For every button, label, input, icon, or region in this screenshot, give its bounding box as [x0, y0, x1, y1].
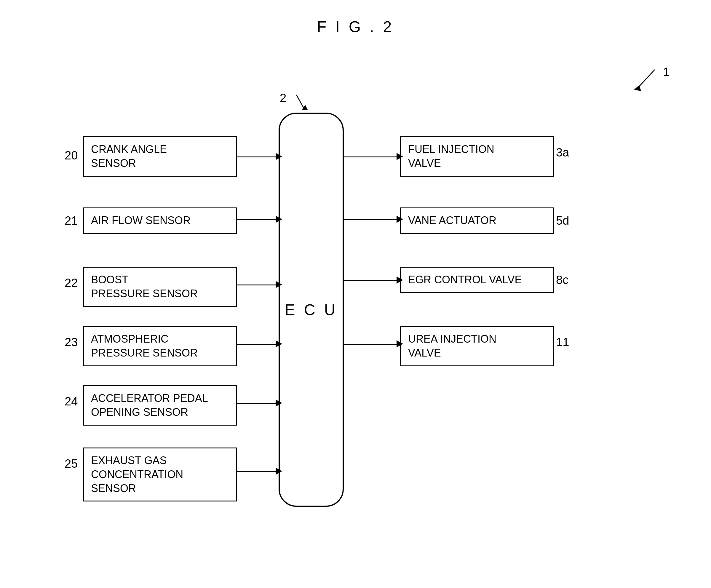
arrow-21-line: [237, 219, 279, 220]
ref-24: 24: [65, 395, 78, 408]
actuator-box-5d: VANE ACTUATOR: [400, 208, 554, 234]
svg-line-0: [637, 70, 655, 89]
sensor-box-24: ACCELERATOR PEDALOPENING SENSOR: [83, 385, 237, 426]
actuator-box-3a: FUEL INJECTIONVALVE: [400, 136, 554, 177]
arrow-23-head: [276, 340, 282, 347]
ref-1-arrow-svg: [628, 67, 664, 93]
ref-2-label: 2: [280, 91, 286, 105]
arrow-22-head: [276, 281, 282, 288]
actuator-3a-text: FUEL INJECTIONVALVE: [408, 143, 494, 169]
arrow-20-head: [276, 153, 282, 160]
sensor-24-text: ACCELERATOR PEDALOPENING SENSOR: [91, 392, 208, 418]
arrow-3a-line: [344, 156, 400, 157]
arrow-11-line: [344, 344, 400, 345]
sensor-box-22: BOOSTPRESSURE SENSOR: [83, 267, 237, 307]
arrow-24-line: [237, 403, 279, 404]
arrow-8c-head: [396, 277, 403, 284]
actuator-box-8c: EGR CONTROL VALVE: [400, 267, 554, 293]
ref-8c: 8c: [556, 273, 568, 287]
sensor-20-text: CRANK ANGLESENSOR: [91, 143, 167, 169]
figure-title: F I G . 2: [0, 18, 711, 36]
ref-21: 21: [65, 214, 78, 227]
arrow-11-head: [396, 340, 403, 347]
ref-2-arrow-svg: [287, 92, 311, 113]
ecu-box: E C U: [279, 113, 344, 507]
arrow-3a-head: [396, 153, 403, 160]
actuator-box-11: UREA INJECTIONVALVE: [400, 326, 554, 366]
sensor-21-text: AIR FLOW SENSOR: [91, 214, 191, 226]
ref-23: 23: [65, 335, 78, 349]
ref-3a: 3a: [556, 146, 569, 159]
sensor-box-25: EXHAUST GASCONCENTRATIONSENSOR: [83, 448, 237, 501]
svg-line-2: [296, 95, 304, 108]
arrow-24-head: [276, 399, 282, 407]
sensor-box-20: CRANK ANGLESENSOR: [83, 136, 237, 177]
actuator-5d-text: VANE ACTUATOR: [408, 214, 496, 226]
arrow-20-line: [237, 156, 279, 157]
arrow-25-line: [237, 471, 279, 472]
arrow-5d-line: [344, 219, 400, 220]
ref-1-label: 1: [663, 65, 669, 79]
ref-20: 20: [65, 149, 78, 162]
arrow-22-line: [237, 284, 279, 285]
actuator-8c-text: EGR CONTROL VALVE: [408, 274, 522, 286]
arrow-25-head: [276, 468, 282, 475]
sensor-25-text: EXHAUST GASCONCENTRATIONSENSOR: [91, 454, 183, 494]
ref-22: 22: [65, 276, 78, 289]
arrow-8c-line: [344, 280, 400, 281]
arrow-23-line: [237, 344, 279, 345]
arrow-5d-head: [396, 216, 403, 223]
sensor-23-text: ATMOSPHERICPRESSURE SENSOR: [91, 333, 198, 359]
ref-5d: 5d: [556, 214, 569, 227]
sensor-box-21: AIR FLOW SENSOR: [83, 208, 237, 234]
ecu-label: E C U: [285, 301, 338, 319]
actuator-11-text: UREA INJECTIONVALVE: [408, 333, 496, 359]
ref-25: 25: [65, 457, 78, 470]
sensor-22-text: BOOSTPRESSURE SENSOR: [91, 274, 198, 300]
sensor-box-23: ATMOSPHERICPRESSURE SENSOR: [83, 326, 237, 366]
arrow-21-head: [276, 216, 282, 223]
ref-11: 11: [556, 335, 569, 349]
